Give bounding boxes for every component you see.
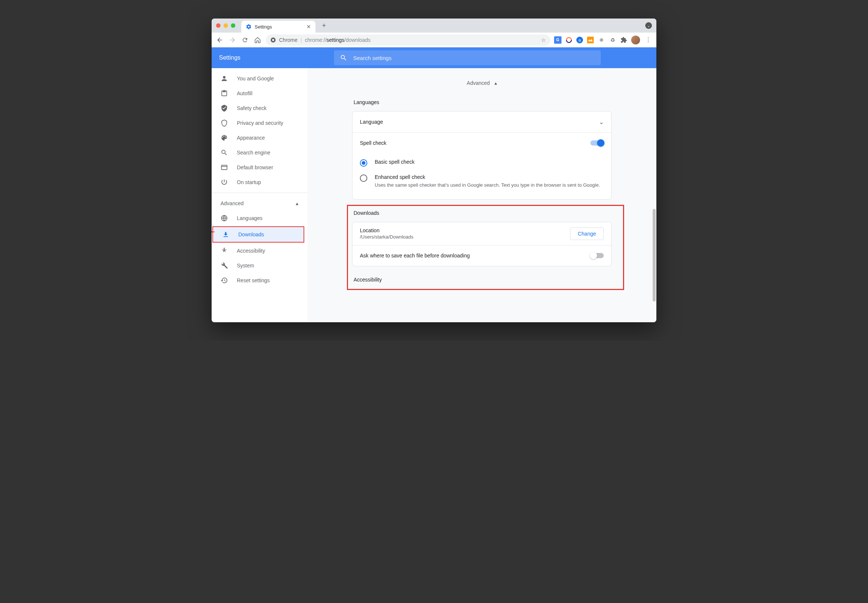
location-value: /Users/starka/Downloads [360,234,414,240]
sidebar-item-search-engine[interactable]: Search engine [212,145,307,160]
shield-check-icon [220,104,228,112]
forward-button[interactable] [228,36,237,45]
scrollbar[interactable] [653,68,656,322]
search-input[interactable] [353,55,595,61]
address-bar[interactable]: Chrome | chrome://settings/downloads ☆ [266,34,550,46]
sidebar-item-label: Safety check [237,105,267,111]
gear-icon [246,24,252,29]
extensions-menu-icon[interactable] [620,36,628,44]
window-controls [216,23,236,28]
sidebar-item-label: You and Google [237,76,274,82]
power-icon [220,179,228,186]
chevron-up-icon: ▴ [494,80,497,86]
svg-rect-5 [222,165,227,170]
sidebar-item-label: Appearance [237,135,265,141]
radio-basic-row[interactable]: Basic spell check [360,155,604,170]
radio-enhanced[interactable] [360,175,367,182]
radio-enhanced-row[interactable]: Enhanced spell check Uses the same spell… [360,170,604,193]
sidebar: You and Google Autofill Safety check Pri… [212,68,307,322]
extension-icon-3[interactable]: a [576,37,583,43]
extension-icon-6[interactable]: ♻ [609,36,616,44]
back-button[interactable] [215,36,224,45]
chrome-icon [270,37,276,43]
ask-where-label: Ask where to save each file before downl… [360,253,470,258]
search-icon [340,54,347,62]
bookmark-star-icon[interactable]: ☆ [541,37,546,43]
download-location-row: Location /Users/starka/Downloads Change [352,222,611,245]
settings-header: Settings [212,47,656,68]
maximize-window-button[interactable] [231,23,236,28]
home-button[interactable] [253,36,262,45]
svg-rect-4 [587,37,594,43]
ask-where-row: Ask where to save each file before downl… [352,245,611,266]
sidebar-item-label: Default browser [237,164,273,170]
sidebar-item-label: Downloads [238,232,264,237]
sidebar-item-label: Autofill [237,90,253,96]
sidebar-item-privacy[interactable]: Privacy and security [212,116,307,130]
browser-tab[interactable]: Settings ✕ [241,21,315,32]
chevron-down-icon: ⌄ [599,119,604,125]
profile-avatar[interactable] [631,36,640,45]
menu-button[interactable]: ⋮ [644,36,653,45]
spellcheck-toggle[interactable] [591,141,604,145]
scrollbar-thumb[interactable] [653,209,656,302]
browser-window: Settings ✕ + ⌄ Chrome | chrome://setting… [212,19,656,322]
sidebar-item-label: Languages [237,215,262,221]
language-row[interactable]: Language ⌄ [352,111,611,132]
section-title-accessibility: Accessibility [353,277,612,283]
radio-basic[interactable] [360,159,367,167]
sidebar-item-reset[interactable]: Reset settings [212,273,307,288]
extension-icon-5[interactable]: ❋ [598,36,605,44]
section-title-languages: Languages [353,99,612,105]
extension-icons: G a ❋ ♻ ⋮ [554,36,653,45]
extension-icon-4[interactable] [587,36,594,44]
change-location-button[interactable]: Change [570,227,604,240]
minimize-window-button[interactable] [223,23,228,28]
extension-similarweb-icon[interactable] [565,36,573,44]
sidebar-item-appearance[interactable]: Appearance [212,130,307,145]
search-icon [220,149,228,156]
close-tab-button[interactable]: ✕ [307,24,311,29]
new-tab-button[interactable]: + [322,22,326,29]
ask-where-toggle[interactable] [591,253,604,258]
sidebar-item-safety-check[interactable]: Safety check [212,101,307,116]
radio-enhanced-desc: Uses the same spell checker that's used … [375,181,600,189]
spellcheck-label: Spell check [360,140,387,146]
content-area: You and Google Autofill Safety check Pri… [212,68,656,322]
svg-point-8 [223,248,225,249]
titlebar: Settings ✕ + ⌄ [212,19,656,32]
wrench-icon [220,262,228,269]
sidebar-item-default-browser[interactable]: Default browser [212,160,307,175]
close-window-button[interactable] [216,23,220,28]
accessibility-icon [220,247,228,254]
reload-button[interactable] [240,36,250,45]
sidebar-divider [212,193,307,193]
omnibox-separator: | [301,37,302,43]
restore-icon [220,277,228,284]
sidebar-item-you-and-google[interactable]: You and Google [212,71,307,86]
search-settings-box[interactable] [334,50,601,65]
sidebar-item-autofill[interactable]: Autofill [212,86,307,101]
downloads-card: Location /Users/starka/Downloads Change … [352,222,612,266]
extension-translate-icon[interactable]: G [554,36,561,44]
sidebar-item-label: On startup [237,179,261,185]
advanced-section-header[interactable]: Advanced▴ [352,76,612,95]
person-icon [220,75,228,82]
chevron-down-icon[interactable]: ⌄ [645,22,652,29]
sidebar-item-system[interactable]: System [212,258,307,273]
sidebar-item-label: Accessibility [237,248,265,254]
sidebar-advanced-toggle[interactable]: Advanced▴ [212,196,307,211]
sidebar-item-languages[interactable]: Languages [212,211,307,226]
sidebar-item-downloads[interactable]: Downloads [213,227,304,242]
sidebar-item-label: Reset settings [237,277,270,283]
chevron-up-icon: ▴ [296,200,298,206]
languages-card: Language ⌄ Spell check Basic spell check [352,111,612,199]
omnibox-url: chrome://settings/downloads [305,37,370,43]
annotation-arrow [212,232,215,232]
titlebar-right: ⌄ [645,22,652,29]
radio-basic-label: Basic spell check [375,159,414,165]
sidebar-item-on-startup[interactable]: On startup [212,175,307,190]
browser-icon [220,164,228,171]
palette-icon [220,134,228,141]
sidebar-item-accessibility[interactable]: Accessibility [212,243,307,258]
